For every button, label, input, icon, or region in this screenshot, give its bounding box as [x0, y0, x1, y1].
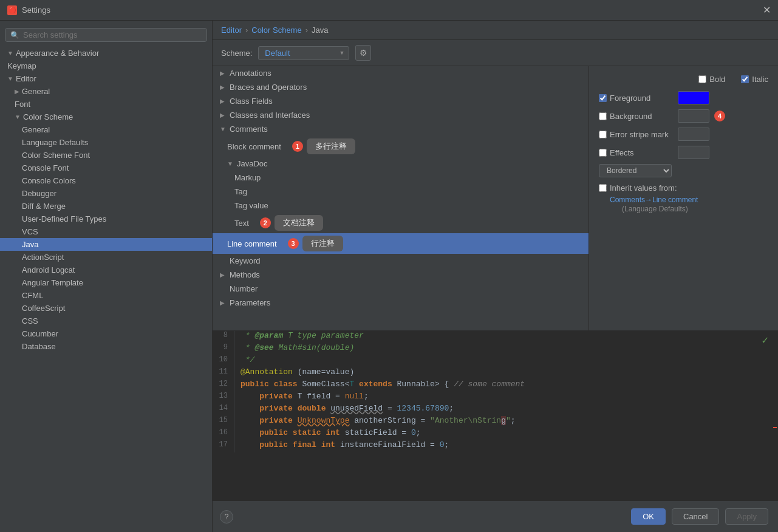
sidebar-item-diffmerge[interactable]: Diff & Merge	[0, 200, 212, 213]
sidebar-item-userdefined[interactable]: User-Defined File Types	[0, 213, 212, 225]
error-stripe-row: Error stripe mark	[599, 128, 768, 141]
sidebar-item-debugger[interactable]: Debugger	[0, 187, 212, 200]
error-stripe-checkbox[interactable]	[599, 131, 607, 138]
tree-item-label: Tag value	[234, 201, 268, 210]
sidebar-item-css[interactable]: CSS	[0, 315, 212, 327]
line-code: private double unusedField = 12345.67890…	[234, 404, 778, 416]
tree-item-javadoc[interactable]: ▼ JavaDoc	[213, 157, 589, 171]
code-line-8: 8 * @param T type parameter	[213, 331, 778, 343]
sidebar-item-keymap[interactable]: Keymap	[0, 60, 212, 72]
line-num: 16	[213, 428, 234, 440]
code-line-16: 16 public static int staticField = 0;	[213, 428, 778, 440]
line-num: 14	[213, 404, 234, 416]
tree-item-braces[interactable]: ▶ Braces and Operators	[213, 80, 589, 94]
tree-item-comments[interactable]: ▼ Comments	[213, 122, 589, 136]
line-num: 17	[213, 440, 234, 452]
tree-item-methods[interactable]: ▶ Methods	[213, 268, 589, 282]
bold-checkbox[interactable]	[698, 75, 706, 83]
expand-arrow-icon: ▶	[220, 299, 227, 306]
expand-arrow-icon: ▼	[227, 160, 234, 167]
sidebar-item-angulartemplate[interactable]: Angular Template	[0, 276, 212, 289]
foreground-checkbox[interactable]	[599, 94, 607, 102]
code-line-12: 12 public class SomeClass<T extends Runn…	[213, 380, 778, 392]
tree-item-number[interactable]: ▶ Number	[213, 282, 589, 296]
sidebar-item-label: Language Defaults	[22, 138, 88, 147]
background-color-swatch[interactable]	[678, 109, 709, 123]
sidebar-item-label: Appearance & Behavior	[16, 49, 99, 58]
breadcrumb-editor[interactable]: Editor	[221, 26, 242, 35]
error-stripe-label: Error stripe mark	[610, 130, 669, 139]
effects-style-select[interactable]: Bordered	[599, 164, 672, 177]
scheme-select[interactable]: Default	[258, 46, 349, 60]
code-preview: ✓ 8 * @param T type parameter 9 * @see M…	[213, 330, 778, 500]
line-num: 12	[213, 380, 234, 392]
sidebar-item-cfml[interactable]: CFML	[0, 289, 212, 302]
expand-arrow-icon: ▼	[15, 114, 21, 120]
inherit-link[interactable]: Comments→Line comment	[610, 196, 698, 204]
sidebar-item-font[interactable]: Font	[0, 98, 212, 111]
sidebar-item-appearance[interactable]: ▼ Appearance & Behavior	[0, 47, 212, 60]
italic-checkbox[interactable]	[741, 75, 749, 83]
gear-button[interactable]: ⚙	[355, 45, 371, 61]
search-input[interactable]	[23, 30, 202, 39]
inherit-checkbox[interactable]	[599, 184, 607, 192]
sidebar-item-label: Diff & Merge	[22, 202, 66, 211]
sidebar-item-general2[interactable]: General	[0, 123, 212, 136]
apply-button[interactable]: Apply	[725, 508, 768, 525]
tree-item-linecomment[interactable]: Line comment 3 行注释	[213, 233, 589, 254]
sidebar-item-java[interactable]: Java	[0, 238, 212, 251]
sidebar-item-label: CoffeeScript	[22, 304, 65, 313]
line-num: 9	[213, 343, 234, 355]
tree-item-blockcomment[interactable]: Block comment 1 多行注释	[213, 136, 589, 157]
tree-item-label: Class Fields	[230, 97, 273, 106]
effects-color-swatch[interactable]	[678, 146, 709, 159]
tree-item-markup[interactable]: Markup	[213, 171, 589, 185]
sidebar-item-general[interactable]: ▶ General	[0, 85, 212, 98]
tree-item-label: Comments	[230, 124, 268, 134]
callout-badge-4: 4	[714, 111, 725, 121]
sidebar-item-colorscheme[interactable]: ▼ Color Scheme	[0, 111, 212, 123]
sidebar-item-label: General	[22, 87, 50, 96]
sidebar-item-editor[interactable]: ▼ Editor	[0, 72, 212, 85]
sidebar-item-cucumber[interactable]: Cucumber	[0, 327, 212, 340]
cancel-button[interactable]: Cancel	[672, 508, 719, 525]
sidebar-item-colorschemefont[interactable]: Color Scheme Font	[0, 149, 212, 162]
sidebar-item-coffeescript[interactable]: CoffeeScript	[0, 302, 212, 315]
close-button[interactable]: ✕	[763, 4, 771, 16]
line-code: private T field = null;	[234, 392, 778, 404]
sidebar-item-langdefaults[interactable]: Language Defaults	[0, 136, 212, 149]
callout-bubble-1: 多行注释	[307, 138, 355, 154]
sidebar-item-consolefont[interactable]: Console Font	[0, 162, 212, 174]
tree-item-tagvalue[interactable]: Tag value	[213, 199, 589, 213]
sidebar-item-database[interactable]: Database	[0, 340, 212, 353]
ok-button[interactable]: OK	[631, 508, 666, 525]
line-code: private UnknownType anotherString = "Ano…	[234, 416, 778, 428]
tree-panel: ▶ Annotations ▶ Braces and Operators ▶ C…	[213, 66, 589, 330]
sidebar-item-actionscript[interactable]: ActionScript	[0, 251, 212, 264]
tree-item-parameters[interactable]: ▶ Parameters	[213, 296, 589, 310]
right-panel: Bold Italic Foreground	[589, 66, 778, 330]
breadcrumb-sep: ›	[245, 26, 248, 35]
sidebar-item-vcs[interactable]: VCS	[0, 225, 212, 238]
tree-item-text[interactable]: Text 2 文档注释	[213, 213, 589, 233]
error-stripe-color-swatch[interactable]	[678, 128, 709, 141]
tree-item-label: Braces and Operators	[230, 83, 307, 92]
split-panel: ▶ Annotations ▶ Braces and Operators ▶ C…	[213, 66, 778, 330]
tree-item-keyword[interactable]: ▶ Keyword	[213, 254, 589, 268]
foreground-color-swatch[interactable]	[678, 91, 709, 104]
expand-arrow-icon: ▶	[220, 112, 227, 118]
sidebar-item-androidlogcat[interactable]: Android Logcat	[0, 264, 212, 276]
tree-item-label: Annotations	[230, 69, 271, 78]
sidebar-item-consolecolors[interactable]: Console Colors	[0, 174, 212, 187]
search-icon: 🔍	[10, 31, 19, 39]
background-checkbox[interactable]	[599, 112, 607, 120]
code-line-10: 10 */	[213, 355, 778, 367]
tree-item-classesinterfaces[interactable]: ▶ Classes and Interfaces	[213, 108, 589, 122]
tree-item-tag[interactable]: Tag	[213, 185, 589, 199]
effects-checkbox[interactable]	[599, 149, 607, 157]
breadcrumb-colorscheme[interactable]: Color Scheme	[251, 26, 301, 35]
tree-item-classfields[interactable]: ▶ Class Fields	[213, 94, 589, 108]
help-button[interactable]: ?	[220, 510, 233, 523]
tree-item-annotations[interactable]: ▶ Annotations	[213, 66, 589, 80]
scheme-bar: Scheme: Default ⚙	[213, 40, 778, 66]
